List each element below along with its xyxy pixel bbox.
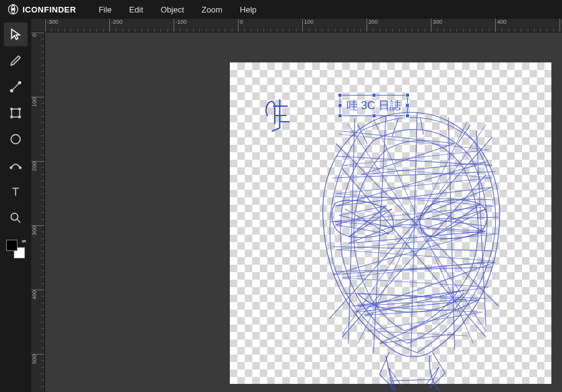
zoom-tool[interactable] <box>4 206 27 230</box>
selected-text-object[interactable]: 哇 3C 日誌 <box>340 95 408 116</box>
artboard[interactable]: 哇 3C 日誌 <box>230 62 551 384</box>
logo-icon <box>7 4 19 15</box>
toolbar: ⇄ <box>0 19 31 392</box>
svg-point-12 <box>11 213 18 220</box>
vertical-ruler[interactable]: 0100200300400500 <box>31 32 45 392</box>
rectangle-tool[interactable] <box>4 101 27 125</box>
text-content[interactable]: 哇 3C 日誌 <box>347 99 401 112</box>
svg-point-6 <box>19 108 21 110</box>
resize-handle-mr[interactable] <box>405 104 410 108</box>
resize-handle-tc[interactable] <box>372 93 376 97</box>
scribble-artwork <box>298 106 523 392</box>
resize-handle-ml[interactable] <box>338 104 342 108</box>
svg-point-9 <box>11 135 21 144</box>
swap-colors-icon[interactable]: ⇄ <box>22 238 26 244</box>
menu-object[interactable]: Object <box>153 2 192 17</box>
svg-point-1 <box>12 8 15 11</box>
menu-edit[interactable]: Edit <box>122 2 150 17</box>
resize-handle-bc[interactable] <box>372 114 376 118</box>
svg-rect-4 <box>12 109 20 117</box>
pen-tool[interactable] <box>4 75 27 99</box>
ellipse-tool[interactable] <box>4 127 27 151</box>
menu-bar: ICONFINDER File Edit Object Zoom Help <box>0 0 562 19</box>
resize-handle-br[interactable] <box>405 114 410 118</box>
ruler-corner <box>31 19 45 32</box>
horizontal-ruler[interactable]: -300-200-1000100200300400500 <box>45 19 562 32</box>
text-tool[interactable] <box>4 180 27 203</box>
menu-zoom[interactable]: Zoom <box>194 2 230 17</box>
curve-tool[interactable] <box>4 154 27 177</box>
pencil-tool[interactable] <box>4 49 27 72</box>
svg-point-7 <box>11 116 12 118</box>
menu-file[interactable]: File <box>91 2 119 17</box>
svg-point-10 <box>10 167 12 169</box>
resize-handle-tl[interactable] <box>338 93 342 97</box>
color-swatches[interactable]: ⇄ <box>6 240 25 258</box>
canvas-area[interactable]: 哇 3C 日誌 <box>45 32 562 392</box>
resize-handle-tr[interactable] <box>405 93 410 97</box>
menu-help[interactable]: Help <box>232 2 264 17</box>
select-tool[interactable] <box>4 22 27 46</box>
svg-point-5 <box>11 108 12 110</box>
app-logo: ICONFINDER <box>7 4 76 15</box>
svg-point-8 <box>19 116 21 118</box>
resize-handle-bl[interactable] <box>338 114 342 118</box>
foreground-color[interactable] <box>6 240 17 251</box>
app-name: ICONFINDER <box>22 5 76 14</box>
svg-point-11 <box>19 167 21 169</box>
